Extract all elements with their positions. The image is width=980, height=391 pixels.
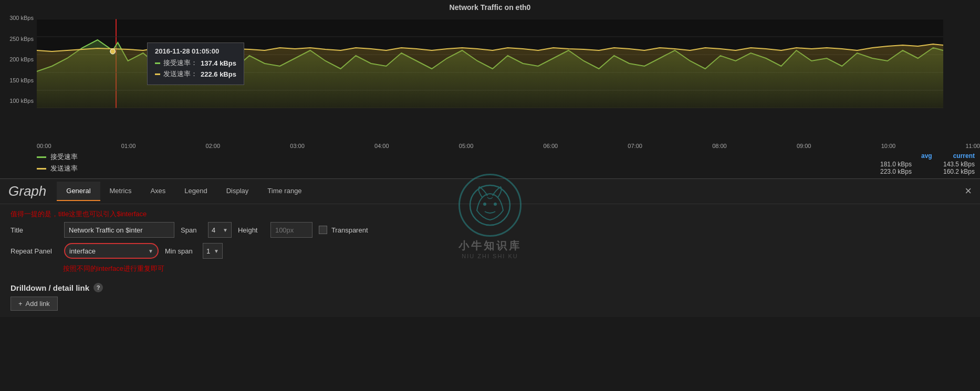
- y-label-5: 300 kBps: [9, 15, 34, 21]
- min-span-label: Min span: [165, 247, 196, 255]
- stats-row-1: 223.0 kBps 160.2 kBps: [870, 168, 975, 175]
- form-row-2: Repeat Panel interface ▼ Min span 1234 ▼: [11, 243, 969, 259]
- stats-header: avg current: [870, 152, 975, 160]
- legend-color-receive: [37, 156, 46, 158]
- y-label-4: 250 kBps: [9, 36, 34, 42]
- x-label-3: 03:00: [290, 143, 305, 149]
- title-label: Title: [11, 226, 58, 234]
- transparent-label: Transparent: [331, 226, 368, 234]
- title-input[interactable]: [64, 222, 174, 238]
- y-label-1: 100 kBps: [9, 98, 34, 104]
- x-label-11: 11:00: [965, 143, 980, 149]
- stats-current-0: 143.5 kBps: [933, 161, 975, 168]
- panel-editor: 小牛知识库 NIU ZHI SHI KU × Graph General Met…: [0, 178, 980, 317]
- x-label-6: 06:00: [544, 143, 558, 149]
- x-axis-labels: 00:00 01:00 02:00 03:00 04:00 05:00 06:0…: [37, 143, 980, 149]
- legend-item-send: 发送速率: [37, 164, 78, 173]
- span-select-wrap: 41235612 ▼: [208, 222, 232, 238]
- legend-area: 接受速率 发送速率 avg current 181.0 kBps 143.5 k…: [0, 149, 980, 178]
- span-label: Span: [181, 226, 202, 234]
- tab-axes[interactable]: Axes: [141, 182, 175, 201]
- drilldown-title: Drilldown / detail link ?: [11, 283, 969, 292]
- repeat-panel-value: interface: [69, 247, 146, 255]
- transparent-wrap: Transparent: [319, 226, 368, 234]
- stats-area: avg current 181.0 kBps 143.5 kBps 223.0 …: [870, 152, 975, 175]
- repeat-panel-select-wrap: interface ▼: [64, 243, 159, 259]
- close-button[interactable]: ×: [965, 184, 972, 198]
- y-label-2: 150 kBps: [9, 77, 34, 83]
- panel-header: Graph General Metrics Axes Legend Displa…: [0, 179, 980, 204]
- x-label-8: 08:00: [712, 143, 727, 149]
- stats-row-0: 181.0 kBps 143.5 kBps: [870, 161, 975, 168]
- legend-label-receive: 接受速率: [50, 152, 78, 162]
- span-chevron-icon: ▼: [223, 227, 228, 233]
- height-label: Height: [238, 226, 264, 234]
- drilldown-title-text: Drilldown / detail link: [11, 283, 89, 292]
- add-link-label: Add link: [26, 300, 50, 308]
- tab-legend[interactable]: Legend: [175, 182, 216, 201]
- min-span-select[interactable]: 1234: [206, 247, 212, 255]
- min-span-chevron-icon: ▼: [214, 248, 219, 254]
- y-label-3: 200 kBps: [9, 56, 34, 62]
- x-label-4: 04:00: [374, 143, 389, 149]
- min-span-select-wrap: 1234 ▼: [203, 243, 223, 259]
- legend-label-send: 发送速率: [50, 164, 78, 173]
- annotation-top: 值得一提的是，title这里也可以引入$interface: [11, 209, 969, 219]
- form-area: 值得一提的是，title这里也可以引入$interface Title Span…: [0, 204, 980, 279]
- form-row-1: Title Span 41235612 ▼ Height Transparent: [11, 222, 969, 238]
- chart-container: Network Traffic on eth0 300 kBps 250 kBp…: [0, 0, 980, 142]
- panel-graph-label: Graph: [8, 179, 46, 204]
- y-axis-labels: 300 kBps 250 kBps 200 kBps 150 kBps 100 …: [0, 15, 36, 104]
- x-label-1: 01:00: [121, 143, 136, 149]
- stats-current-header: current: [953, 152, 975, 160]
- tab-list: General Metrics Axes Legend Display Time…: [57, 182, 311, 201]
- stats-avg-1: 223.0 kBps: [870, 168, 912, 175]
- tab-time-range[interactable]: Time range: [258, 182, 311, 201]
- tab-display[interactable]: Display: [217, 182, 258, 201]
- stats-avg-header: avg: [921, 152, 932, 160]
- tab-metrics[interactable]: Metrics: [100, 182, 141, 201]
- stats-current-1: 160.2 kBps: [933, 168, 975, 175]
- svg-point-6: [110, 49, 116, 54]
- tab-general[interactable]: General: [57, 182, 100, 201]
- chart-svg: [37, 19, 943, 108]
- span-select[interactable]: 41235612: [212, 226, 221, 234]
- transparent-checkbox[interactable]: [319, 226, 327, 234]
- x-label-7: 07:00: [628, 143, 642, 149]
- annotation-bottom: 按照不同的interface进行重复即可: [63, 264, 969, 273]
- height-input[interactable]: [270, 222, 312, 238]
- x-label-10: 10:00: [881, 143, 896, 149]
- x-label-5: 05:00: [459, 143, 474, 149]
- drilldown-section: Drilldown / detail link ? + Add link: [0, 279, 980, 317]
- legend-color-send: [37, 168, 46, 170]
- x-label-2: 02:00: [206, 143, 221, 149]
- help-icon[interactable]: ?: [93, 283, 103, 292]
- stats-avg-0: 181.0 kBps: [870, 161, 912, 168]
- legend-item-receive: 接受速率: [37, 152, 78, 162]
- repeat-panel-chevron-icon: ▼: [148, 248, 153, 254]
- chart-area: 2016-11-28 01:05:00 接受速率： 137.4 kBps 发送速…: [37, 19, 943, 108]
- chart-title: Network Traffic on eth0: [0, 3, 980, 12]
- x-label-0: 00:00: [37, 143, 51, 149]
- add-link-button[interactable]: + Add link: [11, 297, 58, 311]
- add-link-plus-icon: +: [18, 300, 23, 308]
- legend-items: 接受速率 发送速率: [37, 152, 78, 173]
- repeat-panel-label: Repeat Panel: [11, 247, 58, 255]
- x-label-9: 09:00: [797, 143, 811, 149]
